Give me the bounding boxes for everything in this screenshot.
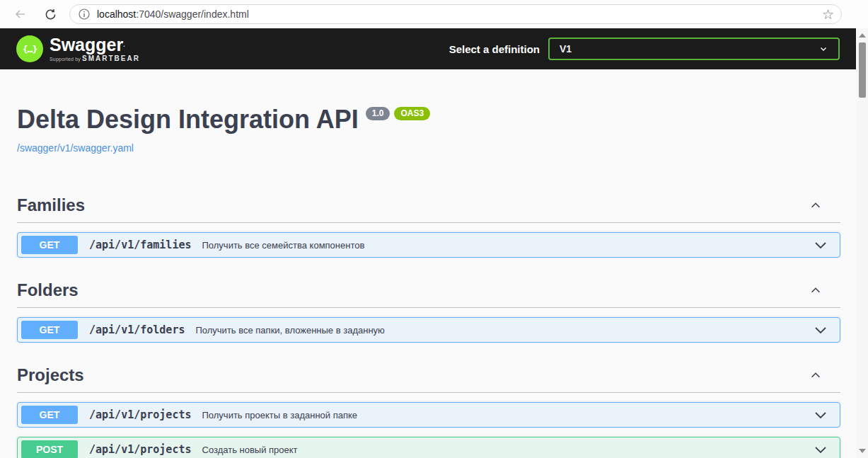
url-text: localhost:7040/swagger/index.html — [97, 8, 822, 20]
endpoint-path: /api/v1/folders — [89, 324, 185, 336]
endpoint-path: /api/v1/projects — [89, 408, 192, 421]
section-endpoints: GET /api/v1/projects Получить проекты в … — [17, 402, 840, 458]
method-button[interactable]: POST — [21, 440, 78, 458]
section-endpoints: GET /api/v1/folders Получить все папки, … — [17, 317, 840, 343]
method-button[interactable]: GET — [21, 406, 78, 424]
section-header[interactable]: Folders — [17, 277, 840, 308]
section-title: Folders — [17, 280, 79, 300]
section-title: Families — [17, 195, 85, 215]
expand-chevron-down-icon[interactable] — [812, 323, 829, 337]
method-button[interactable]: GET — [21, 321, 78, 339]
definition-select[interactable]: V1 — [548, 38, 840, 60]
page-scrollbar[interactable] — [856, 28, 868, 458]
api-info: Delta Design Integration API 1.0 OAS3 /s… — [17, 105, 840, 154]
expand-chevron-down-icon[interactable] — [812, 238, 829, 252]
expand-chevron-down-icon[interactable] — [812, 408, 829, 422]
smartbear-brand: SMARTBEAR — [82, 55, 140, 62]
main-content: Delta Design Integration API 1.0 OAS3 /s… — [0, 105, 856, 458]
refresh-icon — [44, 8, 57, 21]
refresh-button[interactable] — [40, 4, 61, 25]
browser-chrome: localhost:7040/swagger/index.html ☆ — [0, 0, 868, 28]
endpoint-path: /api/v1/families — [89, 239, 192, 251]
address-bar[interactable]: localhost:7040/swagger/index.html ☆ — [69, 4, 842, 24]
api-section: Families GET /api/v1/families Получить в… — [17, 193, 840, 258]
back-button[interactable] — [10, 4, 31, 25]
page-info-icon[interactable] — [79, 8, 90, 20]
endpoint-description: Создать новый проект — [202, 445, 298, 455]
select-definition-label: Select a definition — [449, 43, 540, 55]
endpoint-description: Получить проекты в заданной папке — [202, 410, 358, 420]
expand-chevron-down-icon[interactable] — [812, 442, 829, 457]
swagger-logo-icon: {…} — [16, 35, 43, 62]
section-header[interactable]: Families — [17, 193, 840, 223]
api-section: Projects GET /api/v1/projects Получить п… — [17, 362, 840, 458]
collapse-chevron-up-icon[interactable] — [809, 199, 822, 212]
collapse-chevron-up-icon[interactable] — [809, 284, 822, 297]
url-host: localhost — [97, 8, 136, 20]
scrollbar-down-arrow-icon[interactable] — [859, 449, 866, 453]
endpoint-path: /api/v1/projects — [89, 443, 192, 456]
endpoint-row[interactable]: GET /api/v1/folders Получить все папки, … — [17, 317, 840, 343]
section-endpoints: GET /api/v1/families Получить все семейс… — [17, 232, 840, 258]
section-title: Projects — [17, 365, 84, 385]
endpoint-description: Получить все семейства компонентов — [202, 240, 365, 251]
oas3-badge: OAS3 — [394, 107, 430, 120]
back-arrow-icon — [13, 7, 28, 21]
swagger-logo: {…} Swagger. Supported bySMARTBEAR — [16, 35, 140, 62]
endpoint-row[interactable]: POST /api/v1/projects Создать новый прое… — [17, 437, 840, 458]
endpoint-row[interactable]: GET /api/v1/families Получить все семейс… — [17, 232, 840, 258]
version-badge: 1.0 — [366, 107, 390, 120]
collapse-chevron-up-icon[interactable] — [809, 369, 822, 382]
swagger-topbar: {…} Swagger. Supported bySMARTBEAR Selec… — [0, 28, 856, 69]
swagger-page: {…} Swagger. Supported bySMARTBEAR Selec… — [0, 28, 856, 458]
scrollbar-thumb[interactable] — [859, 42, 866, 98]
endpoint-description: Получить все папки, вложенные в заданную — [195, 325, 384, 336]
method-button[interactable]: GET — [21, 236, 78, 254]
scrollbar-up-arrow-icon[interactable] — [859, 33, 866, 38]
section-header[interactable]: Projects — [17, 362, 840, 393]
endpoint-row[interactable]: GET /api/v1/projects Получить проекты в … — [17, 402, 840, 428]
spec-file-link[interactable]: /swagger/v1/swagger.yaml — [17, 142, 134, 154]
swagger-logo-subtitle: Supported bySMARTBEAR — [50, 55, 140, 62]
swagger-logo-title: Swagger. — [50, 36, 140, 54]
definition-select-value: V1 — [560, 43, 572, 55]
select-chevron-down-icon — [818, 44, 828, 54]
sections: Families GET /api/v1/families Получить в… — [17, 193, 840, 458]
api-section: Folders GET /api/v1/folders Получить все… — [17, 277, 840, 343]
bookmark-star-icon[interactable]: ☆ — [822, 8, 834, 21]
page-title: Delta Design Integration API 1.0 OAS3 — [17, 105, 840, 134]
url-path: :7040/swagger/index.html — [136, 8, 249, 20]
